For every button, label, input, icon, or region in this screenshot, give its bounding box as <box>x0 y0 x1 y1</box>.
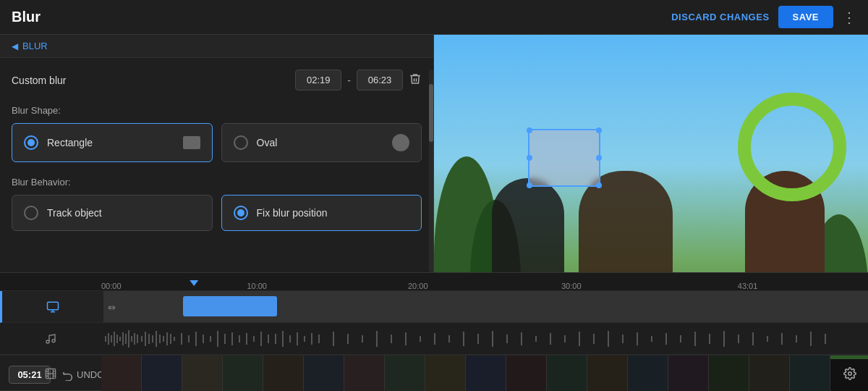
page-title: Blur <box>12 9 41 25</box>
blur-shape-label: Blur Shape: <box>12 105 422 116</box>
svg-rect-42 <box>268 335 269 343</box>
thumb-1 <box>101 356 142 391</box>
shape-oval-option[interactable]: Oval <box>221 123 422 162</box>
svg-rect-84 <box>825 334 826 344</box>
save-button[interactable]: SAVE <box>778 6 833 28</box>
svg-rect-69 <box>608 331 609 347</box>
svg-rect-17 <box>131 336 132 342</box>
svg-rect-81 <box>781 333 783 345</box>
svg-rect-74 <box>680 335 681 342</box>
clip-link-icon: ⇔ <box>108 301 116 312</box>
audio-track-content <box>101 323 868 354</box>
svg-rect-22 <box>148 334 150 344</box>
svg-rect-66 <box>564 335 566 342</box>
custom-blur-row: Custom blur - <box>12 70 422 91</box>
behavior-track-radio <box>24 206 38 220</box>
behavior-track-option[interactable]: Track object <box>12 195 213 231</box>
svg-rect-70 <box>622 335 624 343</box>
time-start-input[interactable] <box>295 70 341 91</box>
svg-rect-53 <box>376 331 378 347</box>
svg-rect-56 <box>420 336 421 342</box>
thumb-17 <box>749 356 790 391</box>
blur-handle-ml[interactable] <box>527 155 532 161</box>
svg-rect-79 <box>752 332 754 345</box>
thumbnail-track-icon <box>0 356 101 391</box>
thumb-9 <box>425 356 466 391</box>
shape-oval-label: Oval <box>257 137 384 148</box>
svg-rect-28 <box>170 334 171 344</box>
svg-rect-54 <box>391 335 392 343</box>
timeline-container: 00:00 10:00 20:00 30:00 43:01 ⇔ <box>0 272 868 391</box>
thumb-16 <box>709 356 749 391</box>
blur-behavior-options: Track object Fix blur position <box>12 195 422 231</box>
blur-timeline-segment[interactable] <box>183 296 277 316</box>
thumb-13 <box>587 356 628 391</box>
svg-rect-39 <box>246 333 247 345</box>
thumbnail-strip <box>101 356 868 391</box>
delete-button[interactable] <box>409 72 422 88</box>
svg-rect-82 <box>796 335 797 342</box>
thumb-8 <box>385 356 425 391</box>
svg-rect-13 <box>119 337 121 341</box>
svg-rect-68 <box>593 334 595 344</box>
shape-rectangle-radio-inner <box>27 139 35 146</box>
svg-rect-83 <box>810 332 812 346</box>
svg-rect-64 <box>535 336 537 342</box>
svg-rect-15 <box>125 334 127 344</box>
svg-rect-11 <box>114 332 115 346</box>
svg-rect-16 <box>128 330 129 348</box>
svg-rect-80 <box>767 336 768 342</box>
svg-rect-18 <box>134 333 135 345</box>
svg-rect-33 <box>203 335 204 343</box>
svg-rect-71 <box>637 332 638 345</box>
behavior-fix-option[interactable]: Fix blur position <box>221 195 422 231</box>
time-range: - <box>295 70 422 91</box>
panel-scrollbar[interactable] <box>429 70 433 272</box>
shape-rectangle-option[interactable]: Rectangle <box>12 123 213 162</box>
blur-handle-mr[interactable] <box>596 155 602 161</box>
thumb-12 <box>547 356 587 391</box>
svg-rect-60 <box>477 334 479 344</box>
svg-rect-14 <box>122 332 124 345</box>
svg-rect-12 <box>116 335 118 343</box>
svg-rect-40 <box>253 336 255 342</box>
svg-point-7 <box>52 339 55 342</box>
timeline-ruler: 00:00 10:00 20:00 30:00 43:01 <box>0 272 868 291</box>
thumb-2 <box>142 356 182 391</box>
playhead <box>193 280 195 283</box>
behavior-fix-radio-inner <box>237 209 244 216</box>
svg-rect-25 <box>159 335 161 343</box>
svg-rect-30 <box>181 333 182 345</box>
svg-rect-72 <box>651 336 652 342</box>
audio-waveform <box>101 323 868 354</box>
time-end-input[interactable] <box>357 70 403 91</box>
breadcrumb: ◀ BLUR <box>0 35 433 58</box>
blur-handle-tr[interactable] <box>596 127 602 133</box>
svg-rect-20 <box>141 336 142 342</box>
thumb-5 <box>263 356 304 391</box>
thumb-4 <box>223 356 263 391</box>
thumb-14 <box>628 356 668 391</box>
discard-button[interactable]: DISCARD CHANGES <box>671 12 769 22</box>
svg-rect-75 <box>694 332 696 346</box>
scrollbar-thumb <box>429 84 433 142</box>
blur-handle-bl[interactable] <box>527 182 532 188</box>
thumb-15 <box>668 356 709 391</box>
ruler-mark-2: 20:00 <box>408 282 428 290</box>
blur-behavior-label: Blur Behavior: <box>12 177 422 188</box>
blur-overlay-box[interactable] <box>528 129 600 187</box>
svg-rect-37 <box>231 332 233 345</box>
svg-rect-73 <box>665 333 667 345</box>
audio-track-icon <box>0 333 101 345</box>
svg-rect-32 <box>195 332 197 346</box>
blur-handle-tl[interactable] <box>527 127 532 133</box>
svg-rect-65 <box>550 333 551 345</box>
svg-rect-41 <box>260 332 262 346</box>
more-options-button[interactable]: ⋮ <box>842 9 856 26</box>
breadcrumb-link[interactable]: BLUR <box>22 41 48 51</box>
svg-rect-59 <box>463 332 464 346</box>
svg-rect-3 <box>48 302 59 310</box>
svg-rect-46 <box>297 332 298 345</box>
blur-handle-br[interactable] <box>596 182 602 188</box>
svg-rect-34 <box>210 336 211 342</box>
